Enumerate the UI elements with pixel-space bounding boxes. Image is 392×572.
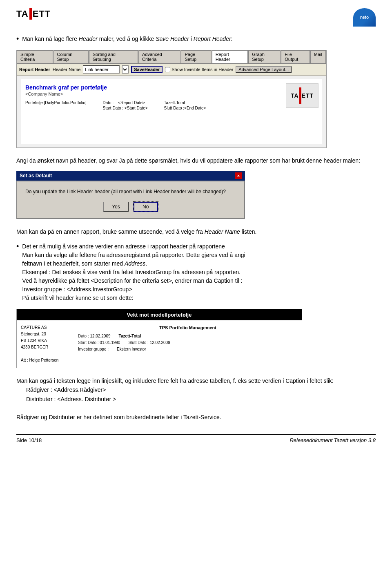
- dialog-overlay: Set as Default × Do you update the Link …: [16, 171, 245, 219]
- canvas-portfolio-col: Portefølje [DailyPortfolio.Portfolio]: [25, 101, 87, 110]
- bullet2-line7: På utskrift vil header kunne se ut som d…: [22, 294, 245, 302]
- report-preview: Vekt mot modellportefølje CAPTURE AS Ste…: [16, 309, 302, 368]
- intro-italic1: Header: [79, 36, 98, 42]
- address-line-2: Steinergst. 23: [21, 331, 74, 337]
- para2-text-after: listen.: [240, 228, 256, 235]
- report-startdato: Start Dato : 01.01.1990: [78, 340, 120, 346]
- header-name-select[interactable]: [122, 65, 129, 74]
- para3-line2: Distributør : <Address. Distributør >: [26, 395, 376, 404]
- report-address: CAPTURE AS Steinergst. 23 PB 1234 VIKA 4…: [21, 324, 74, 364]
- para3-line4: Rådgiver og Distributør er her definert …: [16, 413, 376, 422]
- header-name-input[interactable]: [83, 65, 120, 74]
- report-meta-startdato: Start Dato : 01.01.1990 Slutt Dato : 12.…: [78, 340, 298, 346]
- canvas-tazett-col: Tazett-Total Slutt Dato :<End Date>: [164, 101, 206, 110]
- report-meta-investor: Investor gruppe : Ekstern investor: [78, 346, 298, 353]
- bullet-2: •: [16, 242, 19, 251]
- logo-ta: TA: [16, 9, 29, 19]
- canvas-portfolio-label: Portefølje [DailyPortfolio.Portfolio]: [25, 101, 87, 105]
- tab-report-header[interactable]: Report Header: [212, 50, 248, 63]
- tab-simple-criteria[interactable]: Simple Criteria: [17, 50, 53, 63]
- dialog-no-button[interactable]: No: [134, 202, 158, 212]
- canvas-dato-value: <Report Date>: [118, 101, 145, 105]
- bullet2-line1: Det er nå mulig å vise andre verdier enn…: [22, 242, 245, 251]
- show-invisible-label: Show Invisible Items in Header: [165, 67, 233, 72]
- investor-gruppe-label: Investor gruppe :: [78, 346, 109, 353]
- report-meta-company: TPS Portfolio Management: [78, 324, 298, 332]
- show-invisible-checkbox[interactable]: [165, 67, 170, 72]
- tab-page-setup[interactable]: Page Setup: [181, 50, 211, 63]
- ui-toolbar: Report Header Header Name SaveHeader Sho…: [17, 64, 326, 76]
- address-line-3: PB 1234 VIKA: [21, 337, 74, 344]
- address-line-1: CAPTURE AS: [21, 324, 74, 331]
- address-line-5: [21, 351, 74, 357]
- report-sluttdato: Slutt Dato : 12.02.2009: [128, 340, 170, 346]
- para3-indent: Rådgiver : <Address.Rådgiver> Distributø…: [26, 385, 376, 404]
- canvas-start-dato: Start Dato : <Start Date>: [103, 106, 148, 110]
- intro-text: Man kan nå lage flere Header maler, ved …: [22, 35, 232, 43]
- paragraph-2: Man kan da på en annen rapport, bruke sa…: [16, 227, 376, 236]
- intro-text-before1: Man kan nå lage flere: [22, 36, 79, 42]
- investor-gruppe-value: Ekstern investor: [117, 346, 146, 353]
- canvas-report-title: Benchmark graf per portefølje: [25, 84, 318, 91]
- header-logos: TA ETT neto: [16, 8, 376, 27]
- bullet2-line5: Ved å høyreklikke på feltet <Description…: [22, 277, 245, 285]
- tab-graph-setup[interactable]: Graph Setup: [248, 50, 281, 63]
- report-header-label: Report Header: [19, 67, 50, 72]
- report-tazett-total: Tazett-Total: [119, 334, 141, 338]
- canvas-tazett-logo: TA ETT: [286, 83, 318, 108]
- tab-advanced-criteria[interactable]: Advanced Criteria: [138, 50, 181, 63]
- bullet2-line3-italic: Address: [125, 260, 145, 267]
- dialog-body: Do you update the Link Header header (al…: [16, 181, 245, 219]
- report-dato-col: Dato : 12.02.2009: [78, 333, 111, 340]
- report-meta-dates: Dato : 12.02.2009 Tazett-Total: [78, 333, 298, 340]
- tab-column-setup[interactable]: Column Setup: [53, 50, 89, 63]
- intro-italic3: Report Header: [194, 36, 231, 42]
- report-dato-value: 12.02.2009: [90, 334, 110, 338]
- tab-sorting-grouping[interactable]: Sorting and Grouping: [89, 50, 138, 63]
- report-sluttdato-value: 12.02.2009: [150, 340, 170, 345]
- dialog-yes-button[interactable]: Yes: [103, 202, 129, 212]
- bullet-2-section: • Det er nå mulig å vise andre verdier e…: [16, 242, 376, 302]
- bullet-1: •: [16, 35, 19, 43]
- canvas-date-col: Dato : <Report Date> Start Dato : <Start…: [103, 101, 148, 110]
- dialog-message: Do you update the Link Header header (al…: [25, 188, 236, 195]
- para3-line1: Rådgiver : <Address.Rådgiver>: [26, 385, 376, 394]
- header-name-label: Header Name: [53, 67, 80, 72]
- bullet-2-text: Det er nå mulig å vise andre verdier enn…: [22, 242, 245, 302]
- dialog-title: Set as Default: [20, 173, 52, 179]
- tazett-logo: TA ETT: [16, 8, 51, 20]
- report-preview-title: Vekt mot modellportefølje: [17, 309, 302, 320]
- tab-mail[interactable]: Mail: [310, 50, 326, 63]
- para3-main-text: Man kan også i teksten legge inn linjesk…: [16, 378, 334, 384]
- bullet2-line3: feltnavn i et headerfelt, som starter me…: [22, 259, 245, 268]
- canvas-info-row: Portefølje [DailyPortfolio.Portfolio] Da…: [25, 101, 318, 110]
- bullet2-line4: Eksempel : Det ønskes å vise verdi fra f…: [22, 268, 245, 277]
- advanced-layout-button[interactable]: Advanced Page Layout...: [236, 66, 292, 73]
- dialog-buttons: Yes No: [25, 202, 236, 212]
- address-line-6: Att : Helge Pettersen: [21, 357, 74, 364]
- ui-tabs: Simple Criteria Column Setup Sorting and…: [17, 50, 326, 64]
- report-content: CAPTURE AS Steinergst. 23 PB 1234 VIKA 4…: [17, 320, 302, 368]
- dialog-close-button[interactable]: ×: [235, 172, 242, 179]
- intro-text-mid2: i: [189, 36, 194, 42]
- paragraph-3: Man kan også i teksten legge inn linjesk…: [16, 376, 376, 422]
- canvas-company-name: <Company Name>: [25, 92, 318, 96]
- tab-file-output[interactable]: File Output: [281, 50, 310, 63]
- intro-italic2: Save Header: [156, 36, 189, 42]
- save-header-button[interactable]: SaveHeader: [131, 66, 163, 73]
- logo-ett: ETT: [33, 9, 51, 19]
- address-line-4: 4230 BERGER: [21, 344, 74, 351]
- canvas-slutt-dato: Slutt Dato :<End Date>: [164, 106, 206, 110]
- bullet2-line2: Man kan da velge alle feltene fra adress…: [22, 251, 245, 259]
- dialog-titlebar: Set as Default ×: [16, 171, 245, 181]
- neto-logo: neto: [353, 8, 376, 27]
- ui-mockup: Simple Criteria Column Setup Sorting and…: [16, 50, 327, 148]
- report-meta: TPS Portfolio Management Dato : 12.02.20…: [78, 324, 298, 364]
- bullet2-line6: Investor gruppe : <Address.InvestorGroup…: [22, 285, 245, 294]
- logo-red-bar: [29, 8, 32, 20]
- paragraph-1: Angi da ønsket navn på header, og svar J…: [16, 156, 376, 165]
- page-footer: Side 10/18 Releasedokument Tazett versjo…: [16, 434, 376, 443]
- footer-release-text: Releasedokument Tazett versjon 3.8: [290, 437, 376, 443]
- report-startdato-value: 01.01.1990: [100, 340, 120, 345]
- ui-canvas: TA ETT Benchmark graf per portefølje <Co…: [20, 79, 323, 144]
